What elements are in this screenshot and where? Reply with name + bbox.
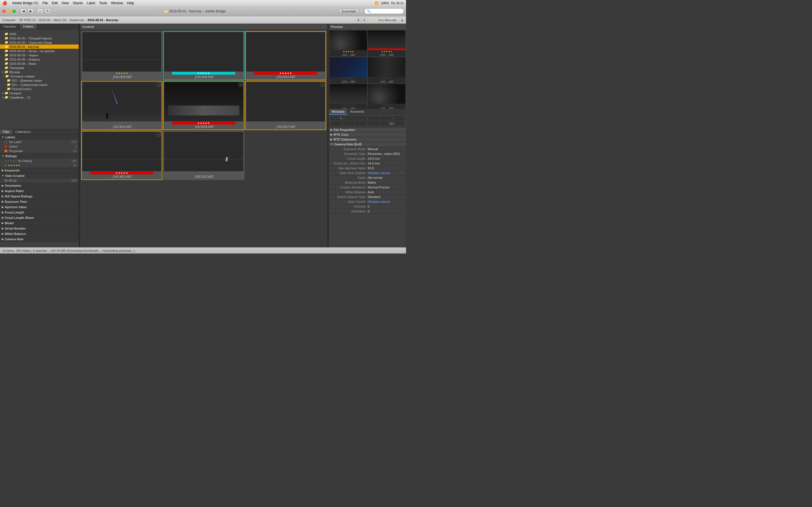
breadcrumb-sphd[interactable]: SP PHD U3 [19,18,36,22]
filter-date-header[interactable]: ▼ Date Created [0,173,79,178]
tree-item-apr30-1[interactable]: 📁 2016-04-30 – Поющий бархан [0,36,79,40]
value-datetime[interactable]: (Multiple values) [368,171,401,175]
tree-item-katutau[interactable]: 📁 2016-05-01 - Катутау [0,45,79,49]
breadcrumb-computer[interactable]: Computer [2,18,16,22]
chevron-down-icon[interactable]: ▾ [360,9,362,13]
thumb-dsc2906[interactable]: · · · · ★★★★★ _DSC2906.NEF [81,31,162,80]
thumb-dsc2936[interactable]: · · · · ★★★★★ _DSC2936.NEF [163,31,244,80]
window-controls[interactable] [2,10,16,13]
search-box[interactable]: 🔍 [364,8,404,14]
tree-label: PictureControl [11,87,31,91]
filter-keywords-header[interactable]: ▶ Keywords [0,168,79,173]
filter-tab-filter[interactable]: Filter [0,129,12,134]
menu-label[interactable]: Label [87,1,95,5]
filter-no-label[interactable]: No Label 179 [0,140,79,144]
folder-tree[interactable]: 📁 2000 📁 2016-04-30 – Поющий бархан 📁 20… [0,30,79,129]
camera-data-header[interactable]: ▼ Camera Data (Exif) [329,142,406,147]
forward-button[interactable]: ▶ [28,8,34,14]
filter-ratings-header[interactable]: ▼ Ratings [0,154,79,159]
menu-file[interactable]: File [42,1,48,5]
tree-item-serial[interactable]: ▶ 📁 Серийная – 12 [0,95,79,100]
back-button[interactable]: ◀ [20,8,27,14]
menu-tools[interactable]: Tools [99,1,107,5]
apple-menu[interactable]: 🍎 [2,1,7,5]
edit-icon[interactable]: ✏ [402,171,404,175]
menu-adobe-bridge[interactable]: Adobe Bridge CC [12,1,38,5]
tree-item-moscow[interactable]: ▶ 📁 Москва [0,70,79,74]
tree-item-aktau[interactable]: 📁 2016-05-02 – Актау – не доехал [0,49,79,53]
tree-item-almaty[interactable]: 📁 2016-05-05 – Алматы [0,57,79,61]
filter-iso-header[interactable]: ▶ ISO Speed Ratings [0,194,79,199]
breadcrumb-kaz[interactable]: Казахстан [70,18,84,22]
tree-item-test[interactable]: ▼ 📁 Тестовые снимки [0,74,79,78]
filter-focal-header[interactable]: ▶ Focal Length [0,210,79,215]
filter-date-value[interactable]: 01.05.32 198 [0,178,79,183]
filter-serial-header[interactable]: ▶ Serial Number [0,226,79,231]
thumb-dsc3016[interactable]: ⊟ ★★★★★ _DSC3016.NEF [163,81,244,130]
filter-orientation-header[interactable]: ▶ Orientation [0,183,79,188]
view-list[interactable]: ☰ [362,17,367,22]
file-properties-header[interactable]: ▶ File Properties [329,128,406,132]
tab-favorites[interactable]: Favorites [0,24,20,29]
nav-home[interactable]: ⌂ [37,8,43,14]
menu-help[interactable]: Help [127,1,134,5]
filter-aspect-header[interactable]: ▶ Aspect Ratio [0,188,79,193]
nav-refresh[interactable]: ↻ [44,8,51,14]
sort-direction-icon[interactable]: ▲ [401,18,404,22]
tree-item-apr30-2[interactable]: 📁 2016-04-30 – Сарыозек базар [0,40,79,45]
thumb-dsc3021[interactable]: ⊟ ★★★★★ _DSC3021.NEF [81,131,162,180]
iptc-core-header[interactable]: ▶ IPTC Core [329,132,406,137]
essentials-button[interactable]: Essentials [339,9,359,14]
menu-view[interactable]: View [61,1,69,5]
close-button[interactable] [2,10,6,13]
maximize-button[interactable] [12,10,16,13]
filter-aperture-header[interactable]: ▶ Aperture Value [0,205,79,210]
tree-item-iso-day[interactable]: 📁 ISO – Дневная серия [0,78,79,82]
tree-item-2000[interactable]: 📁 2000 [0,32,79,36]
breadcrumb-nikon[interactable]: 2016-05 – Nikon D5 [39,18,66,22]
tab-keywords[interactable]: Keywords [348,109,367,115]
filter-five-stars[interactable]: ✓ ★★★★★ 14 [0,163,79,168]
thumb-dsc3022[interactable]: ★★★★★ _DSC3022.NEF [163,131,244,180]
breadcrumb-active[interactable]: 2016-05-01 - Катутау [87,18,118,22]
preview-cell-2[interactable]: ★★★★★ _DSC....NEF [368,31,405,57]
star-filter-icon[interactable]: ★ [371,18,374,22]
minimize-button[interactable] [7,10,11,13]
view-toggle[interactable]: ⊞ ☰ [356,17,367,22]
filter-labels-header[interactable]: ▼ Labels [0,135,79,140]
tree-item-maki[interactable]: 📁 2016-05-08 – Маки [0,61,79,66]
filter-select[interactable]: Select 3 [0,144,79,149]
preview-cell-5[interactable]: ★★★★★ _DSC....NEF [329,84,367,109]
menu-window[interactable]: Window [111,1,123,5]
filter-focal35-header[interactable]: ▶ Focal Length 35mm [0,215,79,220]
filter-tab-collections[interactable]: Collections [12,129,33,134]
tree-item-panorama[interactable]: 📁 Панорама [0,66,79,70]
iptc-extension-header[interactable]: ▶ IPTC Extension [329,137,406,142]
sort-button[interactable]: Sort Manually [376,18,399,22]
menu-edit[interactable]: Edit [52,1,58,5]
thumb-dsc3015[interactable]: ⊟ ★★★★★ _DSC3015.NEF [81,81,162,130]
filter-wb-header[interactable]: ▶ White Balance [0,231,79,236]
thumb-dsc3017[interactable]: ⊟ ★★★★★ _DSC3017.NEF [245,81,326,130]
filter-model-header[interactable]: ▶ Model [0,221,79,226]
filter-cameraraw-header[interactable]: ▶ Camera Raw [0,237,79,242]
value-gain-control[interactable]: (Multiple values) [368,200,404,203]
tree-item-gallery[interactable]: ▶ 📁 Галерея [0,91,79,95]
tree-item-picture-control[interactable]: 📁 PictureControl [0,87,79,91]
preview-cell-4[interactable]: ★★★★★ _DSC....NEF [368,57,405,83]
menu-stacks[interactable]: Stacks [73,1,83,5]
tab-metadata[interactable]: Metadata [329,109,348,115]
preview-image-1 [329,31,367,50]
preview-cell-6[interactable]: ★★★★★ _DSC....NEF [368,84,405,109]
preview-cell-3[interactable]: ★★★★★ _DSC....NEF [329,57,367,83]
search-input[interactable] [371,10,401,13]
tree-item-iso-eve[interactable]: 📁 ISO – Сумеречная серия [0,82,79,87]
preview-cell-1[interactable]: ★★★★★ _DSC....NEF [329,31,367,57]
tab-folders[interactable]: Folders [20,24,37,29]
view-grid[interactable]: ⊞ [356,17,361,22]
thumb-dsc3014[interactable]: · · · ★★★★★ _DSC3014.NEF [245,31,326,80]
filter-recenziya[interactable]: Рецензия 16 [0,149,79,153]
tree-item-charyn[interactable]: 📁 2016-05-03 – Чарын [0,53,79,57]
filter-exposure-header[interactable]: ▶ Exposure Time [0,199,79,204]
filter-no-rating[interactable]: ★★★★★ No Rating 184 [0,159,79,163]
